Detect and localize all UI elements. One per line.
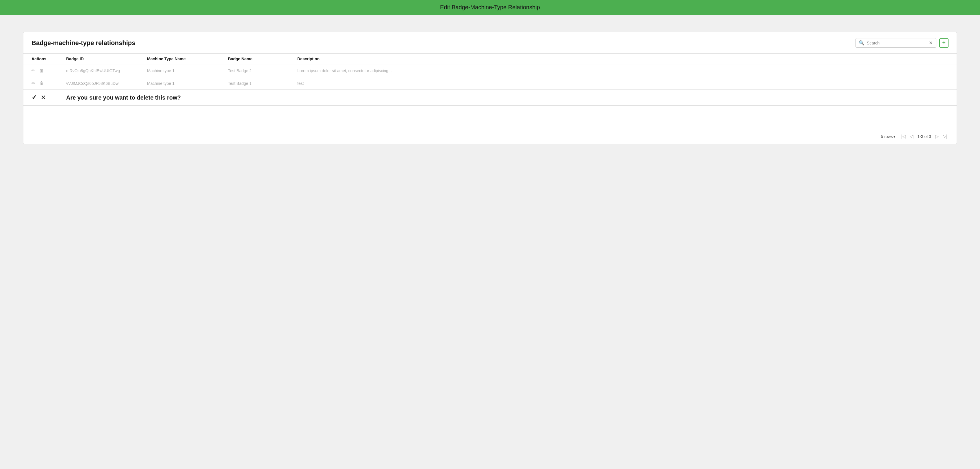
- rows-label: 5 rows: [881, 134, 893, 139]
- next-page-button[interactable]: ▷: [934, 133, 940, 140]
- search-input[interactable]: [867, 41, 926, 45]
- first-page-button[interactable]: |◁: [900, 133, 907, 140]
- dropdown-arrow-icon: ▾: [893, 134, 895, 139]
- edit-button-row2[interactable]: ✏: [32, 81, 35, 86]
- row2-machine-type: Machine type 1: [147, 81, 228, 86]
- rows-dropdown-button[interactable]: 5 rows ▾: [881, 134, 895, 139]
- search-icon: 🔍: [859, 40, 864, 46]
- col-description: Description: [297, 57, 948, 61]
- delete-confirm-message: Are you sure you want to delete this row…: [66, 94, 948, 101]
- col-machine-type-name: Machine Type Name: [147, 57, 228, 61]
- edit-button-row1[interactable]: ✏: [32, 68, 35, 73]
- delete-button-row1[interactable]: 🗑: [39, 68, 44, 73]
- row1-badge-name: Test Badge 2: [228, 68, 297, 73]
- panel-footer: 5 rows ▾ |◁ ◁ 1-3 of 3 ▷ ▷|: [24, 129, 956, 144]
- add-button[interactable]: +: [939, 38, 948, 48]
- row2-badge-id: vVJlMJCcQs6oJF58K6BuDw: [66, 81, 147, 86]
- row1-machine-type: Machine type 1: [147, 68, 228, 73]
- delete-button-row2[interactable]: 🗑: [39, 81, 44, 86]
- panel-actions: 🔍 ✕ +: [856, 38, 948, 48]
- rows-per-page: 5 rows ▾: [881, 134, 895, 139]
- search-clear-button[interactable]: ✕: [928, 40, 933, 46]
- confirm-delete-button[interactable]: ✓: [32, 94, 37, 101]
- page-content: Badge-machine-type relationships 🔍 ✕ + A…: [0, 15, 980, 161]
- page-title: Edit Badge-Machine-Type Relationship: [440, 4, 540, 10]
- delete-confirm-actions: ✓ ✕: [32, 94, 66, 101]
- last-page-button[interactable]: ▷|: [942, 133, 948, 140]
- cancel-delete-button[interactable]: ✕: [41, 94, 46, 101]
- row2-description: test: [297, 81, 948, 86]
- prev-page-button[interactable]: ◁: [908, 133, 915, 140]
- table-row: ✏ 🗑 mRvOju8gQhKhfEwUUfGTwg Machine type …: [24, 64, 956, 77]
- col-actions: Actions: [32, 57, 66, 61]
- main-panel: Badge-machine-type relationships 🔍 ✕ + A…: [23, 32, 957, 144]
- table-header: Actions Badge ID Machine Type Name Badge…: [24, 53, 956, 64]
- empty-row: [24, 106, 956, 129]
- table: Actions Badge ID Machine Type Name Badge…: [24, 53, 956, 129]
- row1-badge-id: mRvOju8gQhKhfEwUUfGTwg: [66, 68, 147, 73]
- row1-description: Lorem ipsum dolor sit amet, consectetur …: [297, 68, 948, 73]
- row2-badge-name: Test Badge 1: [228, 81, 297, 86]
- top-bar: Edit Badge-Machine-Type Relationship: [0, 0, 980, 15]
- delete-confirm-row: ✓ ✕ Are you sure you want to delete this…: [24, 90, 956, 106]
- pagination-controls: |◁ ◁ 1-3 of 3 ▷ ▷|: [900, 133, 948, 140]
- col-badge-id: Badge ID: [66, 57, 147, 61]
- row2-actions: ✏ 🗑: [32, 81, 66, 86]
- col-badge-name: Badge Name: [228, 57, 297, 61]
- pagination-info: 1-3 of 3: [917, 134, 931, 139]
- row1-actions: ✏ 🗑: [32, 68, 66, 73]
- panel-title: Badge-machine-type relationships: [32, 39, 135, 47]
- search-box: 🔍 ✕: [856, 38, 936, 48]
- panel-header: Badge-machine-type relationships 🔍 ✕ +: [24, 32, 956, 53]
- table-row: ✏ 🗑 vVJlMJCcQs6oJF58K6BuDw Machine type …: [24, 77, 956, 90]
